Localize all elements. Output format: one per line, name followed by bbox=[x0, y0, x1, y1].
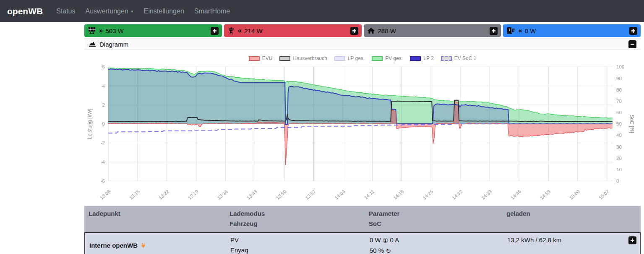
chargepoint-power-value: 0 W bbox=[525, 27, 536, 34]
col-lademodus: Lademodus bbox=[229, 209, 365, 219]
svg-text:40: 40 bbox=[616, 133, 622, 138]
svg-text:14:53: 14:53 bbox=[539, 189, 551, 201]
legend-item[interactable]: Hausverbrauch bbox=[279, 55, 327, 61]
plus-square-icon[interactable] bbox=[211, 27, 219, 35]
current-value: 0 A bbox=[390, 236, 399, 244]
svg-text:14:04: 14:04 bbox=[334, 189, 346, 201]
nav-item-einstellungen[interactable]: Einstellungen bbox=[139, 4, 189, 18]
svg-text:80: 80 bbox=[616, 87, 622, 92]
brand-logo[interactable]: openWB bbox=[7, 6, 43, 16]
svg-text:14:32: 14:32 bbox=[451, 189, 463, 201]
arrow-right-icon: » bbox=[99, 26, 102, 35]
svg-text:2: 2 bbox=[102, 102, 105, 107]
svg-text:13:08: 13:08 bbox=[99, 189, 111, 201]
legend-label: PV ges. bbox=[385, 55, 403, 61]
chevron-down-icon: ▼ bbox=[130, 9, 134, 13]
svg-text:13:50: 13:50 bbox=[275, 189, 287, 201]
legend-label: LP 2 bbox=[423, 55, 433, 61]
charging-station-icon bbox=[506, 27, 515, 35]
svg-text:-4: -4 bbox=[101, 160, 105, 165]
legend-item[interactable]: PV ges. bbox=[372, 55, 403, 61]
svg-text:14:25: 14:25 bbox=[422, 189, 434, 201]
svg-text:14:11: 14:11 bbox=[363, 189, 375, 201]
navbar: openWB Status Auswertungen▼ Einstellunge… bbox=[0, 0, 644, 22]
arrow-left-icon: « bbox=[238, 26, 241, 35]
plus-square-icon[interactable] bbox=[490, 27, 498, 35]
col-fahrzeug: Fahrzeug bbox=[229, 219, 365, 229]
diagram-title: Diagramm bbox=[99, 41, 128, 48]
house-icon bbox=[367, 27, 375, 34]
legend-label: EV SoC 1 bbox=[454, 55, 477, 61]
svg-text:4: 4 bbox=[102, 84, 105, 89]
chart-legend: EVUHausverbrauchLP ges.PV ges.LP 2EV SoC… bbox=[84, 55, 641, 61]
soc-line: 50 % ↻ bbox=[370, 246, 503, 254]
svg-text:13:43: 13:43 bbox=[246, 189, 258, 201]
svg-text:14:46: 14:46 bbox=[510, 189, 522, 201]
nav-item-status[interactable]: Status bbox=[51, 4, 80, 18]
status-badge-row: » 503 W « 214 W 288 W bbox=[84, 24, 641, 37]
refresh-icon[interactable]: ↻ bbox=[386, 246, 391, 254]
power-value: 0 W bbox=[370, 236, 381, 244]
legend-label: LP ges. bbox=[348, 55, 365, 61]
svg-text:-2: -2 bbox=[101, 140, 105, 145]
svg-text:10: 10 bbox=[616, 167, 622, 172]
svg-text:50: 50 bbox=[616, 121, 622, 126]
house-power-badge[interactable]: 288 W bbox=[364, 24, 501, 37]
svg-text:100: 100 bbox=[616, 64, 624, 69]
legend-swatch-icon bbox=[372, 56, 383, 61]
svg-text:60: 60 bbox=[616, 110, 622, 115]
soc-value: 50 % bbox=[370, 247, 384, 254]
chargepoint-name: Interne openWB bbox=[89, 241, 138, 251]
minus-square-icon[interactable] bbox=[628, 40, 636, 48]
svg-text:13:29: 13:29 bbox=[187, 189, 199, 201]
power-chart: 13:0813:1513:2213:2913:3613:4313:5013:57… bbox=[84, 50, 641, 204]
nav-item-auswertungen[interactable]: Auswertungen▼ bbox=[81, 4, 139, 18]
legend-swatch-icon bbox=[334, 56, 345, 61]
col-ladepunkt: Ladepunkt bbox=[89, 209, 225, 219]
charged-energy: 13,2 kWh / 62,8 km bbox=[507, 235, 640, 245]
svg-text:13:22: 13:22 bbox=[158, 189, 170, 201]
legend-swatch-icon bbox=[410, 56, 421, 61]
chargepoint-power-badge[interactable]: « 0 W bbox=[503, 24, 641, 37]
svg-text:15:07: 15:07 bbox=[598, 189, 610, 201]
svg-text:30: 30 bbox=[616, 144, 622, 149]
charge-mode: PV bbox=[230, 235, 365, 245]
legend-item[interactable]: EVU bbox=[249, 55, 273, 61]
solar-panel-icon bbox=[88, 27, 96, 34]
vehicle-name: Enyaq bbox=[230, 245, 365, 254]
plus-square-icon[interactable] bbox=[350, 27, 358, 35]
phase-1-icon: ① bbox=[383, 236, 388, 246]
arrow-left-icon: « bbox=[518, 26, 521, 35]
svg-text:13:36: 13:36 bbox=[216, 189, 229, 201]
legend-swatch-icon bbox=[441, 56, 452, 61]
svg-text:70: 70 bbox=[616, 99, 622, 104]
col-geladen: geladen bbox=[506, 209, 641, 219]
legend-swatch-icon bbox=[279, 56, 290, 61]
legend-item[interactable]: EV SoC 1 bbox=[441, 55, 477, 61]
plus-square-icon[interactable] bbox=[628, 236, 636, 244]
legend-item[interactable]: LP ges. bbox=[334, 55, 365, 61]
nav-item-smarthome[interactable]: SmartHome bbox=[189, 4, 235, 18]
svg-text:SoC [%]: SoC [%] bbox=[629, 115, 635, 133]
svg-text:90: 90 bbox=[616, 76, 622, 81]
chart-canvas: 13:0813:1513:2213:2913:3613:4313:5013:57… bbox=[84, 50, 641, 204]
pylon-icon bbox=[227, 27, 235, 35]
svg-text:13:15: 13:15 bbox=[128, 189, 141, 201]
diagram-header: Diagramm bbox=[84, 38, 641, 50]
legend-label: EVU bbox=[262, 55, 273, 61]
svg-text:-6: -6 bbox=[101, 178, 105, 183]
svg-text:13:57: 13:57 bbox=[304, 189, 316, 201]
svg-text:14:18: 14:18 bbox=[392, 189, 404, 201]
parameter-line: 0 W ① 0 A bbox=[370, 235, 503, 246]
pv-power-badge[interactable]: » 503 W bbox=[84, 24, 222, 37]
grid-power-badge[interactable]: « 214 W bbox=[224, 24, 362, 37]
plus-square-icon[interactable] bbox=[629, 27, 637, 35]
house-power-value: 288 W bbox=[378, 27, 396, 34]
svg-text:0: 0 bbox=[616, 178, 619, 183]
grid-power-value: 214 W bbox=[244, 27, 262, 34]
legend-label: Hausverbrauch bbox=[293, 55, 327, 61]
table-row[interactable]: Interne openWB PV Enyaq 0 W ① 0 A 50 % ↻ bbox=[84, 232, 641, 254]
chargepoint-table: Ladepunkt LademodusFahrzeug ParameterSoC… bbox=[84, 206, 641, 254]
legend-item[interactable]: LP 2 bbox=[410, 55, 433, 61]
svg-text:15:00: 15:00 bbox=[568, 189, 581, 201]
